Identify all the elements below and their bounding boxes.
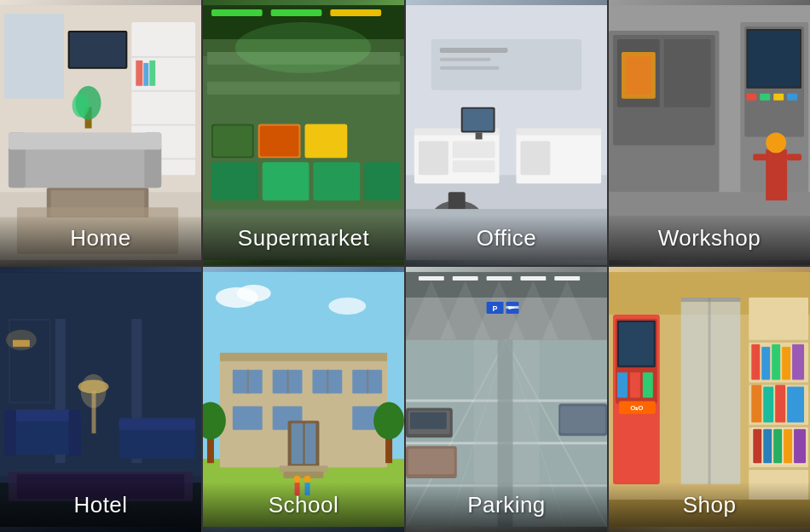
svg-rect-73 [626,56,651,95]
svg-rect-151 [453,276,478,280]
svg-rect-50 [440,58,491,61]
svg-rect-179 [560,406,605,433]
svg-rect-208 [775,385,785,423]
svg-rect-213 [773,429,782,463]
svg-rect-153 [520,276,546,280]
svg-rect-54 [419,141,448,175]
svg-rect-21 [136,61,142,86]
svg-rect-202 [761,347,770,380]
svg-rect-123 [220,353,387,361]
svg-rect-139 [284,471,324,478]
svg-rect-107 [69,409,81,456]
svg-point-143 [373,402,404,439]
svg-rect-41 [263,162,310,200]
svg-point-26 [72,94,90,118]
svg-rect-22 [143,63,148,86]
home-label: Home [0,215,201,265]
svg-rect-191 [617,373,628,398]
svg-rect-77 [748,31,800,87]
svg-rect-198 [749,383,808,385]
svg-rect-132 [233,406,263,430]
svg-rect-206 [751,385,761,423]
category-item-office[interactable]: Office [406,0,607,265]
svg-rect-56 [453,160,495,172]
svg-rect-78 [746,94,756,101]
svg-rect-129 [287,370,289,394]
category-item-hotel[interactable]: Hotel [0,267,201,532]
svg-rect-215 [794,429,806,463]
svg-rect-130 [327,370,328,394]
category-item-supermarket[interactable]: Supermarket [203,0,404,265]
svg-rect-136 [292,423,304,464]
svg-rect-186 [681,298,741,302]
svg-rect-204 [782,347,790,380]
svg-rect-48 [431,39,581,90]
svg-rect-85 [787,153,801,160]
svg-rect-214 [784,429,792,463]
svg-rect-138 [280,466,328,472]
svg-rect-16 [9,133,161,150]
svg-rect-31 [330,9,381,16]
svg-rect-177 [408,448,454,474]
svg-rect-80 [773,94,784,101]
svg-rect-79 [760,94,770,101]
svg-rect-61 [463,109,494,131]
svg-rect-193 [643,373,653,398]
svg-rect-207 [763,387,773,423]
svg-rect-154 [554,276,580,280]
svg-rect-212 [763,429,772,463]
svg-rect-192 [630,373,640,398]
category-item-shop[interactable]: O₂O [609,267,810,532]
svg-rect-197 [749,340,808,343]
svg-rect-59 [520,141,550,175]
svg-rect-8 [131,90,195,92]
svg-point-120 [328,298,366,315]
svg-rect-29 [211,9,263,16]
svg-rect-39 [304,124,347,159]
svg-rect-211 [753,429,761,463]
office-label: Office [406,215,607,265]
svg-rect-190 [619,322,654,366]
svg-rect-62 [476,133,483,140]
svg-point-119 [237,285,271,302]
svg-rect-200 [749,467,808,470]
svg-rect-51 [440,66,500,70]
parking-label: Parking [406,482,607,532]
svg-rect-12 [70,32,126,67]
svg-rect-81 [787,94,797,101]
svg-rect-30 [271,9,322,16]
svg-rect-23 [149,61,155,86]
svg-rect-109 [119,418,195,430]
svg-rect-185 [709,298,711,484]
svg-text:O₂O: O₂O [630,404,643,412]
svg-rect-137 [304,423,315,464]
category-item-workshop[interactable]: Workshop [609,0,810,265]
svg-rect-209 [787,387,804,423]
category-item-school[interactable]: School [203,267,404,532]
svg-rect-42 [313,162,360,200]
svg-rect-49 [440,48,508,53]
svg-rect-84 [753,153,767,160]
svg-rect-82 [766,149,787,200]
svg-rect-203 [772,344,780,380]
svg-rect-164 [506,306,519,309]
supermarket-label: Supermarket [203,215,404,265]
svg-rect-58 [516,129,601,136]
svg-rect-106 [4,409,16,456]
svg-point-83 [766,133,786,153]
svg-rect-36 [213,126,252,157]
svg-rect-150 [419,276,444,280]
svg-rect-199 [749,425,808,427]
svg-rect-7 [131,56,195,58]
svg-text:P: P [493,304,498,313]
svg-rect-55 [453,141,495,158]
category-grid: Home [0,0,810,532]
svg-point-103 [6,330,37,350]
svg-rect-71 [664,39,711,107]
svg-point-45 [235,22,371,73]
svg-rect-40 [211,162,258,200]
shop-label: Shop [609,482,810,532]
category-item-home[interactable]: Home [0,0,201,265]
svg-point-112 [81,374,107,408]
category-item-parking[interactable]: P [406,267,607,532]
